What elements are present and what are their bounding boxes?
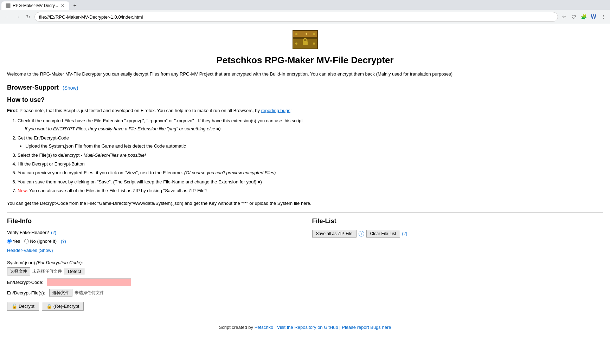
toolbar-icons: ☆ 🛡 🧩 W ⋮ — [560, 13, 607, 21]
tab-favicon — [6, 3, 11, 8]
bookmark-icon[interactable]: ☆ — [560, 13, 568, 21]
radio-group: Yes No (Ignore it) (?) — [7, 239, 298, 244]
radio-yes-text: Yes — [13, 239, 20, 244]
svg-rect-0 — [6, 4, 10, 8]
radio-no-label: No (Ignore it) — [24, 239, 57, 244]
welcome-text: Welcome to the RPG-Maker MV-File Decrypt… — [7, 71, 603, 78]
code-row: En/Decrypt-Code: — [7, 278, 298, 286]
petschko-link[interactable]: Petschko — [255, 325, 273, 330]
detect-button[interactable]: Detect — [64, 268, 85, 275]
page-title: Petschkos RPG-Maker MV-File Decrypter — [7, 55, 603, 66]
encrypt-button[interactable]: 🔒 (Re)-Encrypt — [42, 302, 84, 311]
code-label: En/Decrypt-Code: — [7, 280, 43, 285]
files-no-chosen: 未选择任何文件 — [75, 290, 104, 296]
footer-sep2: | — [338, 325, 342, 330]
back-button[interactable]: ← — [3, 13, 11, 21]
radio-yes-label: Yes — [7, 239, 20, 244]
file-info-title: File-Info — [7, 217, 298, 225]
page-footer: Script created by Petschko | Visit the R… — [7, 325, 603, 330]
clear-help-link[interactable]: (?) — [402, 231, 407, 236]
verify-label: Verify Fake-Header? — [7, 230, 49, 235]
address-bar-row: ← → ↻ ☆ 🛡 🧩 W ⋮ — [0, 10, 610, 24]
instruction-3: Select the File(s) to de/encrypt - Multi… — [18, 151, 603, 159]
instruction-2: Get the En/Decrypt-Code Upload the Syste… — [18, 134, 603, 150]
encrypt-label: (Re)-Encrypt — [53, 304, 79, 309]
footer-sep1: | — [273, 325, 277, 330]
extension-icon: 🧩 — [580, 13, 587, 21]
tab-title: RPG-Maker-MV Decry... — [13, 3, 58, 8]
footer-text: Script created by — [219, 325, 255, 330]
files-label: En/Decrypt-File(s): — [7, 290, 45, 295]
first-label: First — [7, 108, 17, 113]
instruction-1: Check if the encrypted Files have the Fi… — [18, 117, 603, 133]
instructions-list: Check if the encrypted Files have the Fi… — [18, 117, 603, 195]
browser-support-heading: Browser-Support (Show) — [7, 84, 603, 91]
system-json-italic: (For Decryption-Code): — [36, 260, 83, 265]
instruction-4: Hit the Decrypt or Encrypt-Button — [18, 160, 603, 168]
files-row: En/Decrypt-File(s): 选择文件 未选择任何文件 — [7, 289, 298, 297]
browser-support-label: Browser-Support — [7, 84, 59, 91]
first-text-end: ! — [290, 108, 292, 113]
radio-no-help-link[interactable]: (?) — [61, 239, 66, 244]
tool-area: File-Info Verify Fake-Header? (?) Yes No… — [7, 217, 603, 311]
decrypt-label: Decrypt — [19, 304, 34, 309]
github-link[interactable]: Visit the Repository on GitHub — [277, 325, 338, 330]
radio-no-text: No (Ignore it) — [30, 239, 57, 244]
files-choose-btn[interactable]: 选择文件 — [49, 289, 72, 297]
action-buttons: 🔓 Decrypt 🔒 (Re)-Encrypt — [7, 302, 298, 311]
verify-help-link[interactable]: (?) — [51, 230, 56, 235]
svg-point-8 — [295, 43, 297, 45]
address-input[interactable] — [34, 12, 558, 22]
decrypt-button[interactable]: 🔓 Decrypt — [7, 302, 39, 311]
clear-list-button[interactable]: Clear File-List — [366, 230, 400, 238]
shield-icon: 🛡 — [570, 13, 578, 21]
system-json-section: System(.json) (For Decryption-Code): — [7, 260, 298, 265]
save-zip-button[interactable]: Save all as ZIP-File — [312, 230, 357, 238]
active-tab: RPG-Maker-MV Decry... ✕ — [1, 1, 69, 10]
decrypt-icon: 🔓 — [12, 304, 17, 309]
radio-yes-input[interactable] — [7, 239, 12, 243]
instruction-2-sub: Upload the System.json File from the Gam… — [25, 142, 603, 150]
tab-close-btn[interactable]: ✕ — [60, 3, 65, 8]
refresh-button[interactable]: ↻ — [24, 13, 32, 21]
how-to-heading: How to use? — [7, 96, 603, 104]
decrypt-code-note: You can get the Decrypt-Code from the Fi… — [7, 200, 603, 207]
divider — [7, 212, 603, 213]
instruction-7: New: You can also save all of the Files … — [18, 187, 603, 195]
file-list-buttons: Save all as ZIP-File i Clear File-List (… — [312, 230, 603, 238]
radio-no-input[interactable] — [24, 239, 29, 243]
system-json-choose-btn[interactable]: 选择文件 — [7, 267, 30, 275]
bug-report-link[interactable]: Please report Bugs here — [342, 325, 391, 330]
file-list-panel: File-List Save all as ZIP-File i Clear F… — [312, 217, 603, 311]
svg-point-9 — [313, 43, 315, 45]
browser-support-show-link[interactable]: (Show) — [63, 85, 78, 91]
svg-point-10 — [295, 33, 297, 35]
code-input[interactable] — [47, 278, 131, 286]
zip-info-icon[interactable]: i — [359, 231, 364, 236]
encrypt-icon: 🔒 — [46, 304, 52, 309]
svg-point-11 — [313, 33, 315, 35]
file-list-title: File-List — [312, 217, 603, 225]
first-note: First: Please note, that this Script is … — [7, 107, 603, 114]
forward-button[interactable]: → — [13, 13, 22, 21]
chest-icon: ✦ — [291, 28, 319, 51]
system-json-row: 选择文件 未选择任何文件 Detect — [7, 267, 298, 275]
menu-icon[interactable]: ⋮ — [599, 13, 607, 21]
hero-image: ✦ — [7, 28, 603, 52]
system-json-label: System(.json) (For Decryption-Code): — [7, 260, 83, 265]
header-values-link[interactable]: Header-Values (Show) — [7, 248, 53, 253]
file-info-panel: File-Info Verify Fake-Header? (?) Yes No… — [7, 217, 312, 311]
new-tab-button[interactable]: + — [71, 1, 79, 10]
verify-header-row: Verify Fake-Header? (?) — [7, 230, 298, 235]
reporting-bugs-link[interactable]: reporting bugs — [261, 108, 290, 113]
instruction-5: You can preview your decrypted Files, if… — [18, 169, 603, 177]
system-json-no-file: 未选择任何文件 — [32, 268, 62, 274]
svg-rect-7 — [293, 37, 317, 38]
browser-chrome: RPG-Maker-MV Decry... ✕ + ← → ↻ ☆ 🛡 🧩 W … — [0, 0, 610, 24]
tab-bar: RPG-Maker-MV Decry... ✕ + — [0, 0, 610, 10]
first-text: : Please note, that this Script is just … — [17, 108, 261, 113]
instruction-6: You can save them now, by clicking on "S… — [18, 178, 603, 186]
system-json-label-text: System(.json) — [7, 260, 35, 265]
page-content: ✦ Petschkos RPG-Maker MV-File Decrypter … — [0, 24, 610, 344]
svg-text:✦: ✦ — [304, 32, 308, 37]
